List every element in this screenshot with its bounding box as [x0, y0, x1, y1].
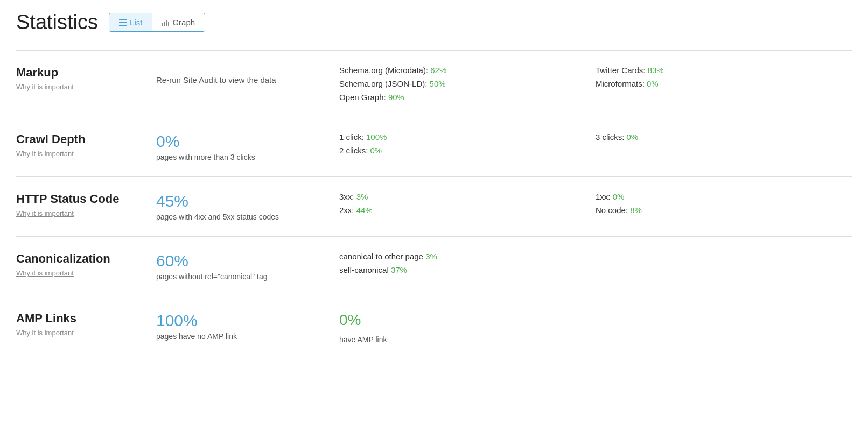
markup-section: Markup Why it is important Re-run Site A… — [16, 50, 852, 117]
markup-schema-jsonld: Schema.org (JSON-LD): 50% — [339, 79, 596, 88]
list-view-button[interactable]: List — [109, 13, 152, 32]
canonicalization-side-stats: canonical to other page 3% self-canonica… — [339, 252, 596, 274]
amp-links-main: 100% pages have no AMP link — [156, 312, 339, 341]
crawl-depth-desc: pages with more than 3 clicks — [156, 153, 339, 161]
crawl-depth-percent: 0% — [156, 132, 339, 151]
http-status-header: HTTP Status Code Why it is important — [16, 192, 156, 217]
amp-links-desc: pages have no AMP link — [156, 332, 339, 341]
svg-rect-6 — [168, 22, 169, 26]
crawl-depth-title: Crawl Depth — [16, 132, 156, 146]
canonicalization-header: Canonicalization Why it is important — [16, 252, 156, 277]
markup-microformats: Microformats: 0% — [596, 79, 852, 88]
view-toggle: List Graph — [109, 13, 205, 32]
graph-icon — [162, 19, 169, 26]
amp-links-zero-percent: 0% — [339, 312, 596, 329]
svg-rect-2 — [119, 25, 127, 26]
graph-view-button[interactable]: Graph — [152, 13, 205, 31]
http-status-section: HTTP Status Code Why it is important 45%… — [16, 176, 852, 236]
http-status-main: 45% pages with 4xx and 5xx status codes — [156, 192, 339, 221]
markup-why-link[interactable]: Why it is important — [16, 83, 156, 91]
http-status-2xx: 2xx: 44% — [339, 206, 596, 215]
page-header: Statistics List Graph — [16, 11, 852, 34]
crawl-depth-side-stats: 1 click: 100% 2 clicks: 0% — [339, 132, 596, 155]
amp-links-why-link[interactable]: Why it is important — [16, 329, 156, 337]
markup-title: Markup — [16, 66, 156, 80]
amp-links-section: AMP Links Why it is important 100% pages… — [16, 296, 852, 359]
crawl-depth-why-link[interactable]: Why it is important — [16, 150, 156, 158]
markup-main-text: Re-run Site Audit to view the data — [156, 66, 339, 84]
http-status-desc: pages with 4xx and 5xx status codes — [156, 213, 339, 221]
http-status-percent: 45% — [156, 192, 339, 210]
canonicalization-why-link[interactable]: Why it is important — [16, 269, 156, 277]
http-status-title: HTTP Status Code — [16, 192, 156, 206]
markup-twitter-cards: Twitter Cards: 83% — [596, 66, 852, 75]
amp-links-percent: 100% — [156, 312, 339, 330]
amp-links-side-stats: 0% have AMP link — [339, 312, 596, 344]
amp-links-header: AMP Links Why it is important — [16, 312, 156, 337]
markup-side-stats-right: Twitter Cards: 83% Microformats: 0% — [596, 66, 852, 88]
svg-rect-4 — [164, 22, 165, 26]
canonicalization-section: Canonicalization Why it is important 60%… — [16, 236, 852, 296]
markup-header: Markup Why it is important — [16, 66, 156, 91]
list-icon — [119, 19, 127, 26]
canonicalization-self: self-canonical 37% — [339, 265, 596, 274]
svg-rect-3 — [162, 23, 163, 26]
svg-rect-0 — [119, 19, 127, 20]
canonicalization-other: canonical to other page 3% — [339, 252, 596, 261]
canonicalization-title: Canonicalization — [16, 252, 156, 266]
http-status-3xx: 3xx: 3% — [339, 192, 596, 201]
http-status-side-stats: 3xx: 3% 2xx: 44% — [339, 192, 596, 215]
http-status-why-link[interactable]: Why it is important — [16, 209, 156, 217]
canonicalization-desc: pages without rel="canonical" tag — [156, 272, 339, 281]
markup-side-stats: Schema.org (Microdata): 62% Schema.org (… — [339, 66, 596, 102]
page-title: Statistics — [16, 11, 98, 34]
http-status-1xx: 1xx: 0% — [596, 192, 852, 201]
crawl-depth-1click: 1 click: 100% — [339, 132, 596, 142]
crawl-depth-3clicks: 3 clicks: 0% — [596, 132, 852, 142]
crawl-depth-section: Crawl Depth Why it is important 0% pages… — [16, 117, 852, 176]
crawl-depth-2clicks: 2 clicks: 0% — [339, 146, 596, 155]
crawl-depth-main: 0% pages with more than 3 clicks — [156, 132, 339, 161]
http-status-side-stats-right: 1xx: 0% No code: 8% — [596, 192, 852, 215]
amp-links-title: AMP Links — [16, 312, 156, 326]
canonicalization-percent: 60% — [156, 252, 339, 270]
canonicalization-main: 60% pages without rel="canonical" tag — [156, 252, 339, 281]
markup-schema-microdata: Schema.org (Microdata): 62% — [339, 66, 596, 75]
svg-rect-1 — [119, 22, 127, 23]
crawl-depth-header: Crawl Depth Why it is important — [16, 132, 156, 158]
http-status-nocode: No code: 8% — [596, 206, 852, 215]
amp-links-have-amp: have AMP link — [339, 335, 596, 344]
markup-open-graph: Open Graph: 90% — [339, 93, 596, 102]
crawl-depth-side-stats-right: 3 clicks: 0% — [596, 132, 852, 142]
svg-rect-5 — [166, 20, 167, 26]
